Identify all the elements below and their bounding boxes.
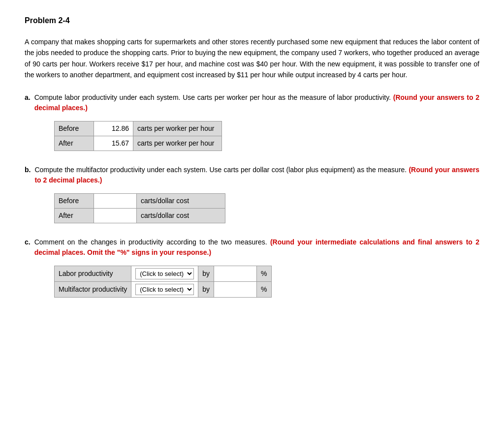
problem-title: Problem 2-4 (25, 15, 479, 27)
before-unit: carts per worker per hour (133, 121, 222, 136)
labor-percent-input-cell[interactable] (214, 266, 257, 281)
after-value: 15.67 (94, 136, 133, 151)
labor-by-label: by (198, 266, 214, 281)
table-row: Labor productivity (Click to select) inc… (55, 266, 272, 281)
multifactor-productivity-select-cell[interactable]: (Click to select) increased decreased (131, 281, 198, 297)
before-unit-b: carts/dollar cost (137, 193, 225, 208)
labor-percent-input[interactable] (218, 270, 252, 277)
multifactor-productivity-label: Multifactor productivity (55, 281, 131, 297)
multifactor-percent-input-cell[interactable] (214, 281, 257, 297)
table-row: After 15.67 carts per worker per hour (55, 136, 222, 151)
section-c-text: Comment on the changes in productivity a… (34, 237, 479, 258)
section-c: c. Comment on the changes in productivit… (25, 237, 479, 298)
section-a: a. Compute labor productivity under each… (25, 92, 479, 151)
after-label-b: After (55, 208, 94, 223)
section-a-text: Compute labor productivity under each sy… (34, 92, 479, 113)
table-row: Multifactor productivity (Click to selec… (55, 281, 272, 297)
after-unit-b: carts/dollar cost (137, 208, 225, 223)
before-value: 12.86 (94, 121, 133, 136)
table-row: After carts/dollar cost (55, 208, 225, 223)
labor-productivity-select[interactable]: (Click to select) increased decreased (135, 268, 194, 279)
table-row: Before carts/dollar cost (55, 193, 225, 208)
before-value-input-b[interactable] (98, 197, 132, 205)
labor-productivity-select-cell[interactable]: (Click to select) increased decreased (131, 266, 198, 281)
section-b-text: Compute the multifactor productivity und… (34, 165, 479, 185)
problem-description: A company that makes shopping carts for … (25, 36, 479, 81)
multifactor-by-label: by (198, 281, 214, 297)
after-unit: carts per worker per hour (133, 136, 222, 151)
section-b: b. Compute the multifactor productivity … (25, 165, 479, 223)
after-label: After (55, 136, 94, 151)
multifactor-percent-input[interactable] (218, 285, 252, 293)
section-a-letter: a. (25, 92, 31, 103)
section-b-letter: b. (25, 165, 31, 175)
multifactor-percent-symbol: % (257, 281, 271, 297)
labor-productivity-label: Labor productivity (55, 266, 131, 281)
multifactor-productivity-select[interactable]: (Click to select) increased decreased (135, 284, 194, 295)
before-label: Before (55, 121, 94, 136)
section-a-table: Before 12.86 carts per worker per hour A… (54, 121, 222, 151)
after-value-input-b[interactable] (98, 212, 132, 219)
table-row: Before 12.86 carts per worker per hour (55, 121, 222, 136)
section-b-table: Before carts/dollar cost After carts/dol… (54, 193, 225, 223)
section-c-table: Labor productivity (Click to select) inc… (54, 266, 272, 298)
before-input-b[interactable] (94, 193, 137, 208)
before-label-b: Before (55, 193, 94, 208)
after-input-b[interactable] (94, 208, 137, 223)
labor-percent-symbol: % (257, 266, 271, 281)
section-c-letter: c. (25, 237, 31, 247)
